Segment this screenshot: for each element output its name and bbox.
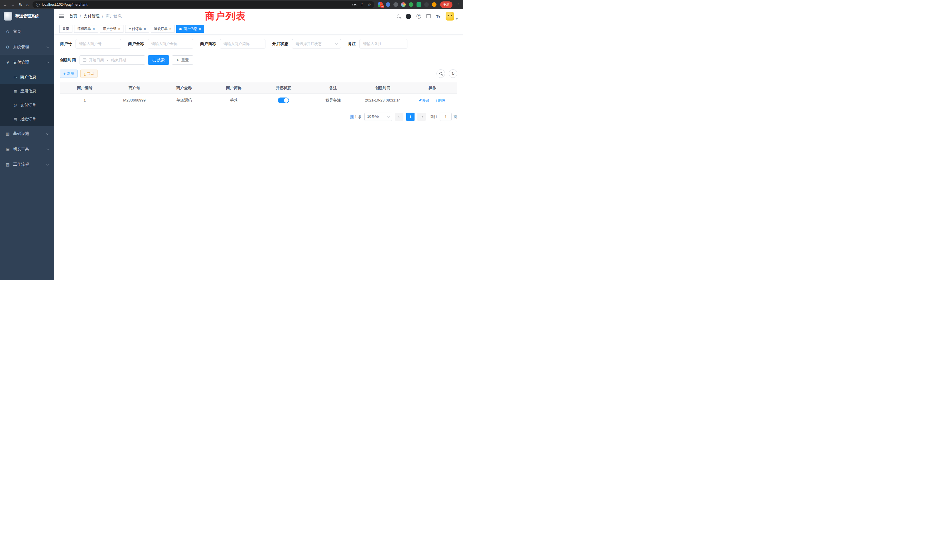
extension-icon[interactable] (409, 2, 413, 7)
reset-button[interactable]: 重置 (172, 55, 193, 65)
search-icon[interactable] (397, 15, 400, 18)
create-time-label: 创建时间 (60, 58, 76, 63)
sidebar: 芋道管理系统 ⊙ 首页 ⚙ 系统管理 ¥ 支付管理 ▭ 商户信息 ▦ 应用信息 (0, 9, 54, 280)
hamburger-icon[interactable] (59, 16, 64, 17)
merchant-table: 商户编号 商户号 商户全称 商户简称 开启状态 备注 创建时间 操作 1 M23… (60, 82, 457, 107)
sidebar-item-home[interactable]: ⊙ 首页 (0, 24, 54, 39)
user-menu[interactable] (446, 12, 458, 21)
fullscreen-icon[interactable] (427, 14, 431, 18)
tab-refund-orders[interactable]: 退款订单 (151, 25, 175, 33)
breadcrumb-payment[interactable]: 支付管理 (83, 14, 100, 19)
sidebar-item-merchant-info[interactable]: ▭ 商户信息 (0, 70, 54, 84)
sidebar-item-system[interactable]: ⚙ 系统管理 (0, 39, 54, 55)
cell-merchant-no: M233666999 (109, 98, 159, 102)
app-title: 芋道管理系统 (15, 14, 39, 19)
extension-icon[interactable] (386, 2, 390, 7)
goto-page-input[interactable] (440, 113, 452, 121)
status-select[interactable]: 请选择开启状态 (292, 39, 341, 48)
extension-icon[interactable] (432, 2, 436, 7)
yen-icon: ¥ (5, 60, 10, 65)
extension-icon[interactable] (393, 2, 398, 7)
share-icon[interactable]: ↥ (360, 3, 363, 7)
chevron-down-icon (335, 42, 337, 44)
breadcrumb-home[interactable]: 首页 (69, 14, 77, 19)
cell-remark: 我是备注 (308, 98, 358, 103)
sidebar-item-payment-orders[interactable]: ◎ 支付订单 (0, 98, 54, 112)
create-time-range-picker[interactable]: 开始日期 - 结束日期 (80, 55, 145, 65)
site-info-icon[interactable]: i (36, 3, 39, 6)
prev-page-button[interactable] (395, 113, 403, 121)
sidebar-item-dev-tools[interactable]: ▣ 研发工具 (0, 141, 54, 157)
target-icon: ◎ (13, 103, 17, 107)
chevron-down-icon (47, 45, 49, 48)
sidebar-item-payment[interactable]: ¥ 支付管理 (0, 55, 54, 70)
status-toggle[interactable] (278, 97, 289, 103)
search-icon (439, 72, 442, 75)
col-remark: 备注 (308, 86, 358, 91)
sidebar-logo[interactable]: 芋道管理系统 (0, 9, 54, 23)
full-name-label: 商户全称 (128, 41, 144, 47)
caret-down-icon (455, 18, 458, 20)
extension-icon[interactable] (424, 2, 429, 7)
close-icon[interactable] (93, 27, 95, 31)
col-full-name: 商户全称 (159, 86, 209, 91)
bookmark-star-icon[interactable]: ☆ (368, 3, 371, 7)
tab-process-form[interactable]: 流程表单 (74, 25, 98, 33)
reload-icon[interactable]: ↻ (19, 3, 23, 7)
extension-icon[interactable] (416, 2, 421, 7)
tab-home[interactable]: 首页 (59, 25, 73, 33)
merchant-no-input[interactable] (76, 39, 121, 48)
url-text[interactable]: localhost:1024/pay/merchant (42, 3, 350, 6)
extensions-puzzle-icon[interactable]: 10 (378, 2, 383, 7)
page-size-select[interactable]: 10条/页 (365, 113, 392, 121)
chevron-up-icon (47, 61, 49, 64)
add-button[interactable]: 新增 (60, 70, 77, 78)
edit-icon (419, 98, 422, 102)
url-bar[interactable]: i localhost:1024/pay/merchant ↥ ☆ (32, 1, 374, 8)
delete-button[interactable]: 删除 (434, 98, 445, 103)
search-button[interactable]: 搜索 (148, 55, 169, 65)
tab-payment-orders[interactable]: 支付订单 (125, 25, 149, 33)
grid-icon: ▦ (13, 89, 17, 93)
toggle-search-button[interactable] (436, 69, 445, 78)
back-icon[interactable]: ← (3, 3, 7, 7)
full-name-input[interactable] (148, 39, 193, 48)
extension-badge: 10 (380, 5, 384, 8)
sidebar-item-refund-orders[interactable]: ▤ 退款订单 (0, 112, 54, 126)
home-icon[interactable]: ⌂ (26, 3, 29, 7)
main-content: 首页 支付管理 商户信息 商户列表 首页 流程表单 (54, 9, 463, 280)
filter-form: 商户号 商户全称 商户简称 开启状态 请选择开启状态 (54, 35, 463, 65)
close-icon[interactable] (144, 27, 146, 31)
short-name-input[interactable] (220, 39, 265, 48)
refresh-icon (177, 58, 180, 62)
page-number-button[interactable]: 1 (406, 113, 415, 121)
export-button[interactable]: 导出 (80, 70, 97, 78)
breadcrumb: 首页 支付管理 商户信息 (69, 14, 122, 19)
browser-menu-icon[interactable]: ⋮ (456, 2, 460, 7)
refresh-table-button[interactable] (449, 69, 457, 78)
help-icon[interactable] (416, 14, 421, 18)
tab-merchant-info[interactable]: 商户信息 (176, 25, 204, 33)
edit-button[interactable]: 修改 (420, 98, 429, 103)
sidebar-item-infrastructure[interactable]: ▥ 基础设施 (0, 126, 54, 141)
next-page-button[interactable] (418, 113, 426, 121)
tab-user-group[interactable]: 用户分组 (100, 25, 124, 33)
close-icon[interactable] (169, 27, 172, 31)
extension-icon[interactable] (401, 2, 406, 7)
close-icon[interactable] (199, 27, 201, 31)
password-key-icon[interactable] (353, 3, 356, 6)
sidebar-item-workflow[interactable]: ▧ 工作流程 (0, 157, 54, 172)
close-icon[interactable] (118, 27, 121, 31)
chevron-left-icon (398, 115, 400, 118)
sidebar-item-app-info[interactable]: ▦ 应用信息 (0, 84, 54, 98)
github-icon[interactable] (406, 14, 411, 19)
forward-icon[interactable]: → (11, 3, 15, 7)
browser-update-button[interactable]: 更新 (440, 2, 452, 8)
table-toolbar: 新增 导出 (54, 65, 463, 81)
col-actions: 操作 (408, 86, 457, 91)
remark-label: 备注 (348, 41, 356, 47)
browser-toolbar: ← → ↻ ⌂ i localhost:1024/pay/merchant ↥ … (0, 0, 463, 9)
font-size-icon[interactable] (436, 14, 440, 19)
calendar-icon (83, 59, 86, 62)
remark-input[interactable] (360, 39, 407, 48)
